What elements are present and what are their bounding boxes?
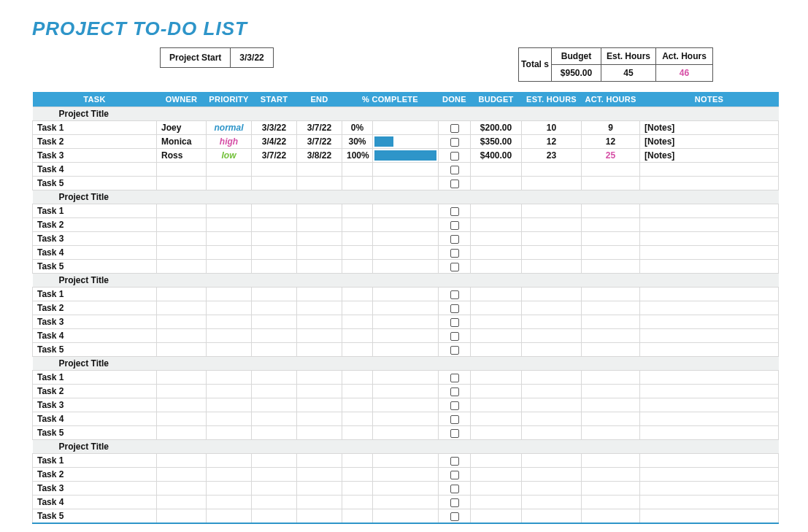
cell-owner[interactable] [157,385,207,398]
cell-est-hours[interactable] [522,329,582,343]
cell-task-name[interactable]: Task 5 [33,260,157,274]
cell-start[interactable] [252,260,297,274]
cell-task-name[interactable]: Task 2 [33,135,157,149]
cell-owner[interactable] [157,509,207,524]
cell-notes[interactable] [640,343,779,357]
cell-task-name[interactable]: Task 3 [33,149,157,163]
cell-start[interactable] [252,288,297,301]
cell-budget[interactable] [471,509,522,524]
cell-start[interactable]: 3/3/22 [252,121,297,135]
cell-task-name[interactable]: Task 4 [33,246,157,260]
cell-budget[interactable]: $400.00 [471,149,522,163]
cell-end[interactable] [297,288,342,301]
cell-act-hours[interactable]: 12 [582,135,640,149]
cell-end[interactable] [297,371,342,385]
cell-end[interactable]: 3/7/22 [297,135,342,149]
cell-notes[interactable] [640,246,779,260]
cell-done[interactable] [439,315,471,329]
cell-notes[interactable]: [Notes] [640,121,779,135]
cell-pct[interactable] [342,454,373,468]
checkbox-icon[interactable] [450,388,459,396]
cell-end[interactable] [297,398,342,412]
cell-notes[interactable] [640,301,779,315]
cell-priority[interactable] [207,204,252,218]
checkbox-icon[interactable] [450,263,459,271]
cell-budget[interactable] [471,177,522,190]
cell-end[interactable] [297,301,342,315]
cell-priority[interactable] [207,260,252,274]
checkbox-icon[interactable] [450,512,459,521]
cell-owner[interactable] [157,454,207,468]
checkbox-icon[interactable] [450,346,459,355]
cell-done[interactable] [439,468,471,482]
checkbox-icon[interactable] [450,152,459,161]
cell-notes[interactable]: [Notes] [640,149,779,163]
cell-start[interactable] [252,371,297,385]
cell-done[interactable] [439,482,471,496]
cell-end[interactable] [297,218,342,232]
cell-budget[interactable] [471,482,522,496]
cell-budget[interactable] [471,412,522,426]
cell-est-hours[interactable]: 23 [522,149,582,163]
cell-owner[interactable] [157,482,207,496]
checkbox-icon[interactable] [450,471,459,479]
checkbox-icon[interactable] [450,374,459,382]
checkbox-icon[interactable] [450,290,459,299]
cell-notes[interactable] [640,468,779,482]
cell-done[interactable] [439,301,471,315]
cell-pct[interactable] [342,246,373,260]
checkbox-icon[interactable] [450,457,459,466]
cell-pct[interactable]: 100% [342,149,373,163]
cell-act-hours[interactable] [582,232,640,246]
cell-end[interactable] [297,343,342,357]
checkbox-icon[interactable] [450,304,459,313]
checkbox-icon[interactable] [450,207,459,216]
cell-notes[interactable] [640,315,779,329]
checkbox-icon[interactable] [450,401,459,410]
cell-start[interactable] [252,329,297,343]
cell-done[interactable] [439,288,471,301]
cell-est-hours[interactable] [522,398,582,412]
cell-budget[interactable] [471,163,522,177]
cell-est-hours[interactable] [522,260,582,274]
checkbox-icon[interactable] [450,429,459,438]
cell-owner[interactable]: Joey [157,121,207,135]
cell-notes[interactable] [640,454,779,468]
cell-act-hours[interactable] [582,426,640,440]
cell-est-hours[interactable] [522,509,582,524]
cell-owner[interactable] [157,288,207,301]
cell-owner[interactable]: Ross [157,149,207,163]
cell-start[interactable] [252,218,297,232]
cell-task-name[interactable]: Task 3 [33,398,157,412]
cell-notes[interactable] [640,163,779,177]
cell-task-name[interactable]: Task 1 [33,121,157,135]
cell-end[interactable] [297,315,342,329]
cell-start[interactable]: 3/7/22 [252,149,297,163]
cell-est-hours[interactable] [522,301,582,315]
cell-done[interactable] [439,371,471,385]
cell-end[interactable]: 3/7/22 [297,121,342,135]
cell-start[interactable]: 3/4/22 [252,135,297,149]
checkbox-icon[interactable] [450,249,459,258]
cell-pct[interactable] [342,218,373,232]
cell-act-hours[interactable] [582,482,640,496]
cell-budget[interactable] [471,371,522,385]
cell-est-hours[interactable] [522,163,582,177]
cell-end[interactable]: 3/8/22 [297,149,342,163]
cell-est-hours[interactable] [522,246,582,260]
cell-act-hours[interactable] [582,218,640,232]
cell-est-hours[interactable]: 12 [522,135,582,149]
cell-end[interactable] [297,412,342,426]
cell-owner[interactable] [157,412,207,426]
checkbox-icon[interactable] [450,221,459,230]
cell-pct[interactable] [342,288,373,301]
cell-priority[interactable] [207,301,252,315]
cell-pct[interactable] [342,177,373,190]
cell-budget[interactable] [471,398,522,412]
cell-notes[interactable] [640,177,779,190]
cell-task-name[interactable]: Task 2 [33,218,157,232]
cell-task-name[interactable]: Task 4 [33,412,157,426]
cell-end[interactable] [297,482,342,496]
cell-done[interactable] [439,454,471,468]
cell-start[interactable] [252,315,297,329]
